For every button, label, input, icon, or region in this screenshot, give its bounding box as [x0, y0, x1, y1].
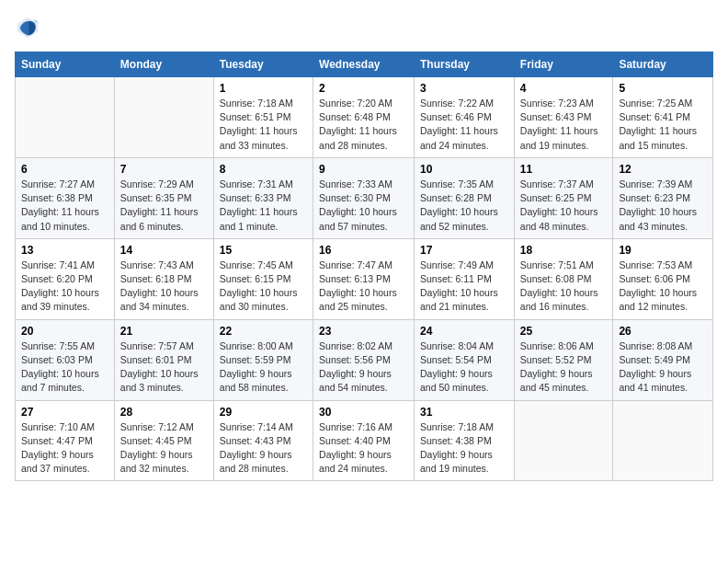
day-detail: Sunrise: 7:22 AM Sunset: 6:46 PM Dayligh… — [420, 97, 508, 153]
day-detail: Sunrise: 7:31 AM Sunset: 6:33 PM Dayligh… — [220, 178, 307, 234]
day-number: 24 — [420, 325, 508, 338]
day-header-saturday: Saturday — [613, 52, 713, 77]
day-cell — [514, 400, 613, 481]
week-row-2: 6Sunrise: 7:27 AM Sunset: 6:38 PM Daylig… — [16, 157, 713, 238]
day-number: 16 — [319, 244, 408, 257]
day-detail: Sunrise: 7:12 AM Sunset: 4:45 PM Dayligh… — [120, 420, 208, 477]
day-detail: Sunrise: 7:10 AM Sunset: 4:47 PM Dayligh… — [21, 420, 108, 477]
day-detail: Sunrise: 8:08 AM Sunset: 5:49 PM Dayligh… — [619, 339, 707, 396]
day-detail: Sunrise: 7:47 AM Sunset: 6:13 PM Dayligh… — [319, 259, 408, 315]
day-number: 23 — [319, 325, 408, 338]
day-header-wednesday: Wednesday — [313, 52, 415, 77]
day-number: 5 — [619, 82, 707, 95]
day-number: 10 — [420, 163, 508, 176]
day-detail: Sunrise: 7:53 AM Sunset: 6:06 PM Dayligh… — [619, 259, 707, 315]
calendar-table: SundayMondayTuesdayWednesdayThursdayFrid… — [15, 52, 713, 481]
day-number: 1 — [220, 82, 307, 95]
day-number: 15 — [220, 244, 307, 257]
day-detail: Sunrise: 7:43 AM Sunset: 6:18 PM Dayligh… — [120, 259, 208, 315]
day-cell: 9Sunrise: 7:33 AM Sunset: 6:30 PM Daylig… — [313, 157, 415, 238]
day-header-thursday: Thursday — [415, 52, 515, 77]
day-detail: Sunrise: 7:33 AM Sunset: 6:30 PM Dayligh… — [319, 178, 408, 234]
day-number: 8 — [220, 163, 307, 176]
day-cell: 12Sunrise: 7:39 AM Sunset: 6:23 PM Dayli… — [613, 157, 713, 238]
day-number: 3 — [420, 82, 508, 95]
day-cell: 31Sunrise: 7:18 AM Sunset: 4:38 PM Dayli… — [415, 400, 515, 481]
day-header-sunday: Sunday — [16, 52, 115, 77]
day-cell: 19Sunrise: 7:53 AM Sunset: 6:06 PM Dayli… — [613, 238, 713, 319]
day-detail: Sunrise: 8:06 AM Sunset: 5:52 PM Dayligh… — [520, 339, 608, 396]
day-detail: Sunrise: 7:49 AM Sunset: 6:11 PM Dayligh… — [420, 259, 508, 315]
logo-icon — [15, 15, 40, 40]
day-cell — [16, 77, 115, 158]
day-cell: 23Sunrise: 8:02 AM Sunset: 5:56 PM Dayli… — [313, 319, 415, 400]
day-detail: Sunrise: 7:27 AM Sunset: 6:38 PM Dayligh… — [21, 178, 108, 234]
day-cell: 24Sunrise: 8:04 AM Sunset: 5:54 PM Dayli… — [415, 319, 515, 400]
day-detail: Sunrise: 7:23 AM Sunset: 6:43 PM Dayligh… — [520, 97, 608, 153]
day-cell: 22Sunrise: 8:00 AM Sunset: 5:59 PM Dayli… — [213, 319, 313, 400]
day-number: 6 — [21, 163, 108, 176]
day-cell: 20Sunrise: 7:55 AM Sunset: 6:03 PM Dayli… — [16, 319, 115, 400]
day-cell: 26Sunrise: 8:08 AM Sunset: 5:49 PM Dayli… — [613, 319, 713, 400]
day-detail: Sunrise: 7:20 AM Sunset: 6:48 PM Dayligh… — [319, 97, 408, 153]
day-detail: Sunrise: 7:37 AM Sunset: 6:25 PM Dayligh… — [520, 178, 608, 234]
day-cell: 8Sunrise: 7:31 AM Sunset: 6:33 PM Daylig… — [213, 157, 313, 238]
day-detail: Sunrise: 8:00 AM Sunset: 5:59 PM Dayligh… — [220, 339, 307, 396]
day-detail: Sunrise: 7:55 AM Sunset: 6:03 PM Dayligh… — [21, 339, 108, 396]
page-header — [15, 15, 713, 40]
day-cell: 21Sunrise: 7:57 AM Sunset: 6:01 PM Dayli… — [114, 319, 213, 400]
day-cell: 4Sunrise: 7:23 AM Sunset: 6:43 PM Daylig… — [514, 77, 613, 158]
day-cell: 11Sunrise: 7:37 AM Sunset: 6:25 PM Dayli… — [514, 157, 613, 238]
day-detail: Sunrise: 7:29 AM Sunset: 6:35 PM Dayligh… — [120, 178, 208, 234]
day-number: 9 — [319, 163, 408, 176]
day-cell: 3Sunrise: 7:22 AM Sunset: 6:46 PM Daylig… — [415, 77, 515, 158]
day-cell: 27Sunrise: 7:10 AM Sunset: 4:47 PM Dayli… — [16, 400, 115, 481]
day-cell: 13Sunrise: 7:41 AM Sunset: 6:20 PM Dayli… — [16, 238, 115, 319]
day-cell: 17Sunrise: 7:49 AM Sunset: 6:11 PM Dayli… — [415, 238, 515, 319]
day-detail: Sunrise: 7:57 AM Sunset: 6:01 PM Dayligh… — [120, 339, 208, 396]
day-detail: Sunrise: 7:39 AM Sunset: 6:23 PM Dayligh… — [619, 178, 707, 234]
day-number: 22 — [220, 325, 307, 338]
day-number: 13 — [21, 244, 108, 257]
day-number: 19 — [619, 244, 707, 257]
day-cell: 6Sunrise: 7:27 AM Sunset: 6:38 PM Daylig… — [16, 157, 115, 238]
week-row-3: 13Sunrise: 7:41 AM Sunset: 6:20 PM Dayli… — [16, 238, 713, 319]
day-number: 18 — [520, 244, 608, 257]
day-detail: Sunrise: 7:41 AM Sunset: 6:20 PM Dayligh… — [21, 259, 108, 315]
day-cell: 29Sunrise: 7:14 AM Sunset: 4:43 PM Dayli… — [213, 400, 313, 481]
day-cell — [114, 77, 213, 158]
day-cell: 10Sunrise: 7:35 AM Sunset: 6:28 PM Dayli… — [415, 157, 515, 238]
day-number: 2 — [319, 82, 408, 95]
day-header-monday: Monday — [114, 52, 213, 77]
day-detail: Sunrise: 7:51 AM Sunset: 6:08 PM Dayligh… — [520, 259, 608, 315]
day-detail: Sunrise: 7:18 AM Sunset: 6:51 PM Dayligh… — [220, 97, 307, 153]
day-number: 11 — [520, 163, 608, 176]
day-detail: Sunrise: 7:16 AM Sunset: 4:40 PM Dayligh… — [319, 420, 408, 477]
day-number: 17 — [420, 244, 508, 257]
day-number: 12 — [619, 163, 707, 176]
day-cell: 5Sunrise: 7:25 AM Sunset: 6:41 PM Daylig… — [613, 77, 713, 158]
day-cell: 18Sunrise: 7:51 AM Sunset: 6:08 PM Dayli… — [514, 238, 613, 319]
week-row-5: 27Sunrise: 7:10 AM Sunset: 4:47 PM Dayli… — [16, 400, 713, 481]
day-cell — [613, 400, 713, 481]
day-number: 29 — [220, 406, 307, 419]
day-cell: 2Sunrise: 7:20 AM Sunset: 6:48 PM Daylig… — [313, 77, 415, 158]
day-detail: Sunrise: 7:35 AM Sunset: 6:28 PM Dayligh… — [420, 178, 508, 234]
day-cell: 1Sunrise: 7:18 AM Sunset: 6:51 PM Daylig… — [213, 77, 313, 158]
day-number: 21 — [120, 325, 208, 338]
day-detail: Sunrise: 7:25 AM Sunset: 6:41 PM Dayligh… — [619, 97, 707, 153]
day-number: 20 — [21, 325, 108, 338]
day-number: 14 — [120, 244, 208, 257]
day-detail: Sunrise: 8:02 AM Sunset: 5:56 PM Dayligh… — [319, 339, 408, 396]
day-number: 31 — [420, 406, 508, 419]
day-header-tuesday: Tuesday — [213, 52, 313, 77]
day-cell: 30Sunrise: 7:16 AM Sunset: 4:40 PM Dayli… — [313, 400, 415, 481]
days-header-row: SundayMondayTuesdayWednesdayThursdayFrid… — [16, 52, 713, 77]
day-cell: 7Sunrise: 7:29 AM Sunset: 6:35 PM Daylig… — [114, 157, 213, 238]
logo — [15, 15, 44, 40]
day-detail: Sunrise: 7:18 AM Sunset: 4:38 PM Dayligh… — [420, 420, 508, 477]
day-number: 26 — [619, 325, 707, 338]
day-detail: Sunrise: 8:04 AM Sunset: 5:54 PM Dayligh… — [420, 339, 508, 396]
day-number: 27 — [21, 406, 108, 419]
week-row-1: 1Sunrise: 7:18 AM Sunset: 6:51 PM Daylig… — [16, 77, 713, 158]
